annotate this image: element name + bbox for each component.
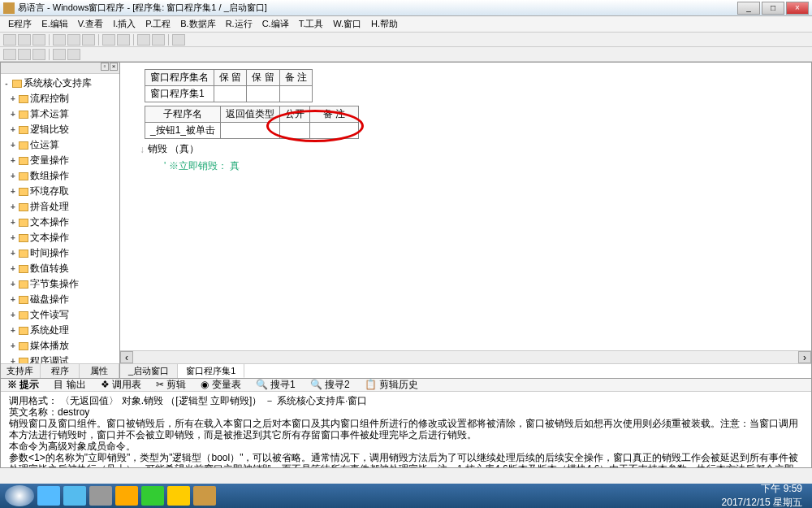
folder-icon [19, 296, 28, 304]
menu-tools[interactable]: T.工具 [294, 18, 329, 30]
tb-paste[interactable] [82, 34, 95, 46]
toolbar-1 [0, 33, 812, 47]
tb-save[interactable] [32, 34, 45, 46]
library-tree[interactable]: - 系统核心支持库 +流程控制+算术运算+逻辑比较+位运算+变量操作+数组操作+… [1, 74, 119, 363]
sidebar-tab-library[interactable]: 支持库 [1, 364, 41, 378]
tb2-d[interactable] [53, 49, 66, 60]
code-comment: ' ※立即销毁： 真 [164, 159, 240, 173]
folder-icon [12, 80, 22, 88]
tree-item[interactable]: +媒体播放 [2, 338, 118, 354]
sidebar-top-controls: ▫ × [1, 63, 119, 74]
editor-scrollbar-horizontal[interactable]: ‹ › [120, 350, 811, 363]
bp-tab-call[interactable]: ❖ 调用表 [97, 378, 145, 392]
menu-program[interactable]: E程序 [3, 18, 37, 30]
folder-icon [19, 265, 28, 273]
code-line-2[interactable]: ' ※立即销毁： 真 [136, 159, 795, 173]
bp-tab-tip[interactable]: ※ 提示 [4, 378, 42, 392]
bp-tab-find2[interactable]: 🔍 搜寻2 [307, 378, 353, 392]
tb2-c[interactable] [32, 49, 45, 60]
tree-item[interactable]: +环境存取 [2, 184, 118, 199]
tb-compile[interactable] [172, 34, 185, 46]
tree-item[interactable]: +流程控制 [2, 91, 118, 106]
menu-run[interactable]: R.运行 [221, 18, 257, 30]
sidebar-tab-property[interactable]: 属性 [80, 364, 119, 378]
menu-view[interactable]: V.查看 [73, 18, 108, 30]
sidebar-float-icon[interactable]: ▫ [101, 63, 109, 71]
scroll-left-icon[interactable]: ‹ [120, 351, 133, 363]
tb2-e[interactable] [67, 49, 80, 60]
taskbar-app3-icon[interactable] [141, 486, 164, 506]
menu-insert[interactable]: I.插入 [108, 18, 140, 30]
menu-edit[interactable]: E.编辑 [37, 18, 72, 30]
bp-tab-hist[interactable]: 📋 剪辑历史 [361, 378, 421, 392]
folder-icon [19, 95, 28, 103]
tree-item[interactable]: +程序调试 [2, 354, 118, 363]
toolbar-separator [133, 34, 134, 46]
tree-item[interactable]: +系统处理 [2, 323, 118, 338]
tb2-b[interactable] [18, 49, 31, 60]
folder-icon [19, 172, 28, 180]
tree-root[interactable]: - 系统核心支持库 [2, 76, 118, 91]
tree-item[interactable]: +文件读写 [2, 307, 118, 323]
bp-tab-find1[interactable]: 🔍 搜寻1 [253, 378, 299, 392]
tree-item[interactable]: +位运算 [2, 137, 118, 153]
t2-r1[interactable]: _按钮1_被单击 [145, 123, 221, 139]
tree-item[interactable]: +文本操作 [2, 230, 118, 245]
tb-undo[interactable] [102, 34, 115, 46]
taskbar-folder-icon[interactable] [37, 486, 60, 506]
sidebar-tab-program[interactable]: 程序 [41, 364, 80, 378]
tree-item[interactable]: +算术运算 [2, 106, 118, 122]
close-button[interactable]: × [786, 2, 809, 15]
scroll-right-icon[interactable]: › [798, 351, 811, 363]
tb2-a[interactable] [3, 49, 16, 60]
tree-item[interactable]: +时间操作 [2, 245, 118, 261]
tree-item[interactable]: +数组操作 [2, 168, 118, 184]
tb-redo[interactable] [117, 34, 130, 46]
folder-icon [19, 188, 28, 196]
minimize-button[interactable]: _ [737, 2, 760, 15]
bp-tab-clip[interactable]: ✂ 剪辑 [153, 378, 189, 392]
output-panel-content[interactable]: 调用格式： 〈无返回值〉 对象.销毁 （[逻辑型 立即销毁]） － 系统核心支持… [1, 392, 811, 467]
tree-item[interactable]: +逻辑比较 [2, 122, 118, 137]
tb-cut[interactable] [53, 34, 66, 46]
bp-tab-var[interactable]: ◉ 变量表 [197, 378, 244, 392]
menu-database[interactable]: B.数据库 [175, 18, 220, 30]
taskbar-clock[interactable]: 下午 9:59 2017/12/15 星期五 [722, 482, 807, 508]
sidebar-pin-icon[interactable]: × [110, 63, 118, 71]
tb-run[interactable] [137, 34, 150, 46]
taskbar-ie-icon[interactable] [63, 486, 86, 506]
tb-new[interactable] [3, 34, 16, 46]
code-line-1[interactable]: ↓ 销毁 （真） [136, 142, 795, 156]
editor-content[interactable]: 窗口程序集名保 留保 留备 注 窗口程序集1 子程序名返回值类型公开备 注 _按… [120, 63, 811, 350]
editor-tab-startup[interactable]: _启动窗口 [120, 364, 178, 378]
menu-project[interactable]: P.工程 [140, 18, 175, 30]
tree-item[interactable]: +字节集操作 [2, 276, 118, 292]
tree-item[interactable]: +磁盘操作 [2, 292, 118, 307]
tree-item[interactable]: +拼音处理 [2, 199, 118, 215]
taskbar-app1-icon[interactable] [89, 486, 112, 506]
windows-taskbar: 下午 9:59 2017/12/15 星期五 [0, 484, 812, 508]
menu-window[interactable]: W.窗口 [328, 18, 366, 30]
tree-item[interactable]: +数值转换 [2, 261, 118, 276]
maximize-button[interactable]: □ [762, 2, 784, 15]
tree-item[interactable]: +变量操作 [2, 153, 118, 168]
tree-item[interactable]: +文本操作 [2, 215, 118, 230]
tree-item-label: 数组操作 [30, 169, 69, 183]
code-destroy[interactable]: 销毁 （真） [148, 142, 199, 156]
tb-stop[interactable] [152, 34, 165, 46]
tb-open[interactable] [18, 34, 31, 46]
tree-item-label: 逻辑比较 [30, 123, 69, 137]
menu-compile[interactable]: C.编译 [257, 18, 294, 30]
start-button[interactable] [5, 485, 34, 506]
taskbar-app4-icon[interactable] [167, 486, 190, 506]
scroll-track[interactable] [133, 351, 798, 363]
t1-r1[interactable]: 窗口程序集1 [145, 86, 214, 102]
tb-copy[interactable] [67, 34, 80, 46]
main-layout: ▫ × - 系统核心支持库 +流程控制+算术运算+逻辑比较+位运算+变量操作+数… [0, 62, 812, 379]
taskbar-elang-icon[interactable] [193, 486, 216, 506]
menu-help[interactable]: H.帮助 [366, 18, 403, 30]
editor-tab-assembly1[interactable]: 窗口程序集1 [178, 364, 244, 378]
menubar: E程序 E.编辑 V.查看 I.插入 P.工程 B.数据库 R.运行 C.编译 … [0, 16, 812, 33]
bp-tab-out[interactable]: 目 输出 [50, 378, 89, 392]
taskbar-app2-icon[interactable] [115, 486, 138, 506]
